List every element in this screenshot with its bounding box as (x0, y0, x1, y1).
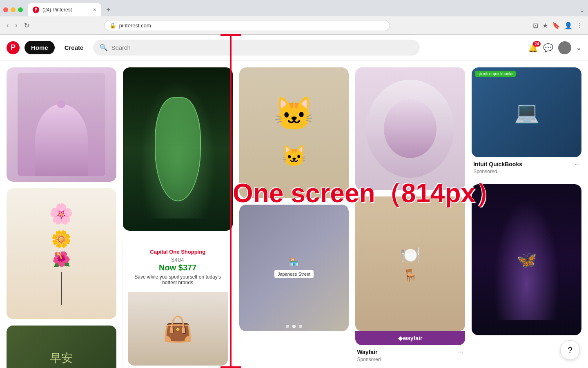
wayfair-title: Wayfair ··· (357, 348, 463, 356)
pin-image: 🏪 Japanese Street (239, 205, 349, 331)
more-options-icon[interactable]: ⋮ (577, 22, 583, 29)
create-button[interactable]: Create (58, 41, 90, 54)
pin-card[interactable] (7, 67, 116, 182)
search-bar[interactable]: 🔍 Search (93, 40, 420, 56)
browser-chrome: P (24) Pinterest × + ⌄ ‹ › ↻ 🔒 pinterest… (0, 0, 588, 35)
pin-card[interactable]: 🏪 Japanese Street (239, 205, 349, 331)
wayfair-banner: ◆wayfair (355, 331, 465, 345)
search-placeholder: Search (111, 44, 131, 51)
pin-image: 🐱🐱 (239, 67, 349, 198)
pin-image: 早安 (50, 350, 73, 366)
notification-badge: 24 (533, 41, 541, 47)
pinterest-logo[interactable]: P (7, 41, 20, 54)
quickbooks-info: Intuit QuickBooks ··· Sponsored (472, 157, 581, 178)
wayfair-info: Wayfair ··· Sponsored (355, 345, 465, 366)
pin-card[interactable]: 🐱🐱 (239, 67, 349, 198)
url-text: pinterest.com (119, 22, 151, 29)
capone-description: Save while you spoil yourself on today's… (133, 274, 223, 285)
pin-image (123, 67, 233, 231)
pin-card[interactable]: 🌸 🌼 🌺 (7, 188, 116, 319)
wayfair-card[interactable]: 🍽️🪑 ◆wayfair Wayfair ··· Sponsored (355, 196, 465, 366)
active-tab[interactable]: P (24) Pinterest × (28, 3, 101, 16)
capone-old-price: $404 (133, 256, 223, 263)
traffic-lights (3, 7, 23, 12)
pin-card[interactable] (123, 67, 233, 231)
wayfair-logo: ◆wayfair (398, 335, 422, 341)
pin-image (355, 67, 465, 190)
capital-one-card[interactable]: Capital One Shopping $404 Now $377 Save … (123, 237, 233, 368)
address-bar: ‹ › ↻ 🔒 pinterest.com ⊡ ★ 🔖 👤 ⋮ (0, 16, 588, 34)
home-button[interactable]: Home (24, 41, 55, 54)
pin-card[interactable]: 🦋 (472, 184, 581, 335)
capone-content: Capital One Shopping $404 Now $377 Save … (128, 242, 228, 292)
new-tab-button[interactable]: + (103, 4, 114, 16)
close-window-button[interactable] (3, 7, 8, 12)
main-content: 🌸 🌼 🌺 早安 Capital One Shopping (0, 61, 588, 368)
quickbooks-card[interactable]: qb intuit quickbooks 💻 Intuit QuickBooks… (472, 67, 581, 178)
message-icon: 💬 (543, 43, 553, 52)
quickbooks-title: Intuit QuickBooks ··· (473, 161, 580, 168)
bookmark-icon[interactable]: ★ (542, 22, 548, 29)
image-dots (286, 325, 302, 328)
help-button[interactable]: ? (560, 340, 580, 360)
screen-capture-icon[interactable]: ⊡ (533, 22, 538, 29)
pinterest-navbar: P Home Create 🔍 Search 🔔 24 💬 ⌄ (0, 35, 588, 61)
tab-menu-button[interactable]: ⌄ (579, 6, 585, 14)
nav-right-controls: 🔔 24 💬 ⌄ (528, 41, 581, 54)
url-bar[interactable]: 🔒 pinterest.com (104, 20, 390, 31)
tab-end-controls: ⌄ (579, 6, 585, 14)
nav-chevron-button[interactable]: ⌄ (576, 44, 581, 51)
wayfair-image: 🍽️🪑 (355, 196, 465, 331)
pin-grid: 🌸 🌼 🌺 早安 Capital One Shopping (7, 67, 581, 368)
refresh-button[interactable]: ↻ (22, 20, 31, 31)
quickbooks-more-button[interactable]: ··· (575, 161, 580, 168)
profile-icon[interactable]: 👤 (564, 22, 572, 29)
back-button[interactable]: ‹ (5, 20, 10, 31)
pin-card[interactable]: 早安 (7, 326, 116, 368)
notifications-button[interactable]: 🔔 24 (528, 43, 538, 53)
pin-image (7, 67, 116, 182)
forward-button[interactable]: › (13, 20, 19, 31)
lock-icon: 🔒 (109, 22, 116, 29)
address-right-controls: ⊡ ★ 🔖 👤 ⋮ (533, 22, 583, 29)
extensions-icon[interactable]: 🔖 (552, 22, 560, 29)
capone-new-price: Now $377 (133, 263, 223, 272)
tab-title: (24) Pinterest (42, 7, 88, 13)
minimize-window-button[interactable] (11, 7, 16, 12)
pin-card[interactable] (355, 67, 465, 190)
wayfair-sponsored: Sponsored (357, 357, 463, 362)
user-avatar[interactable] (558, 41, 571, 54)
quickbooks-image: qb intuit quickbooks 💻 (472, 67, 581, 157)
tab-bar: P (24) Pinterest × + ⌄ (0, 0, 588, 16)
tab-favicon: P (33, 7, 39, 13)
capone-product-image: 👜 (128, 292, 228, 366)
capone-logo: Capital One Shopping (133, 249, 223, 255)
maximize-window-button[interactable] (18, 7, 23, 12)
wayfair-more-button[interactable]: ··· (458, 348, 463, 356)
quickbooks-sponsored: Sponsored (473, 169, 580, 174)
search-icon: 🔍 (100, 44, 108, 51)
messages-button[interactable]: 💬 (543, 43, 553, 53)
pin-image: 🌸 🌼 🌺 (7, 188, 116, 319)
pin-image: 🦋 (472, 184, 581, 335)
tab-close-button[interactable]: × (93, 7, 96, 13)
